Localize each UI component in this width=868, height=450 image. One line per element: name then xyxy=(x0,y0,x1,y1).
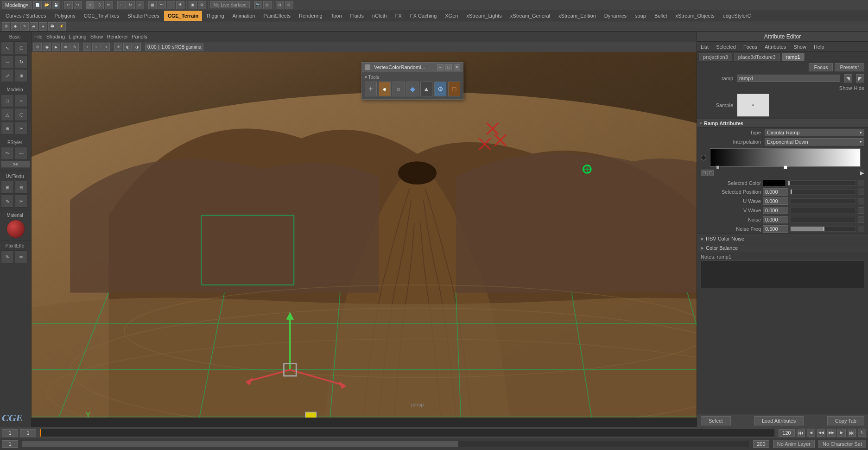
noise-freq-value[interactable]: 0.500 xyxy=(763,225,788,233)
poly-tool4[interactable]: ⬡ xyxy=(15,108,28,121)
move-tool-btn[interactable]: ↔ xyxy=(1,55,14,68)
frame-current-input[interactable] xyxy=(20,429,36,437)
loop-btn[interactable]: ↻ xyxy=(858,429,866,437)
rotate-tool-icon[interactable]: ↻ xyxy=(127,1,135,9)
move-tool-icon[interactable]: ↔ xyxy=(117,1,126,9)
node-tab-projection3[interactable]: projection3 xyxy=(699,53,732,61)
vp-display1[interactable]: 1 xyxy=(83,43,91,51)
selected-position-value[interactable]: 0.000 xyxy=(763,188,788,196)
tab-xstream-edition[interactable]: xStream_Edition xyxy=(555,11,600,21)
ramp-left-handle[interactable] xyxy=(701,155,706,160)
tab-fx[interactable]: FX xyxy=(392,11,405,21)
tab-cge-terrain[interactable]: CGE_Terrain xyxy=(164,11,202,21)
estyler-tool1[interactable]: 〜 xyxy=(1,147,14,160)
range-bar[interactable] xyxy=(22,441,749,447)
vp-tool5[interactable]: ✎ xyxy=(70,43,79,51)
save-file-icon[interactable]: 💾 xyxy=(52,1,60,9)
hsv-color-noise-section[interactable]: ▶ HSV Color Noise xyxy=(697,234,868,243)
snap-curve-icon[interactable]: 〜 xyxy=(158,1,166,9)
tab-toon[interactable]: Toon xyxy=(327,11,346,21)
poly-tool3[interactable]: △ xyxy=(1,108,14,121)
v-wave-value[interactable]: 0.000 xyxy=(763,207,788,214)
shelf-icon6[interactable]: 🏔 xyxy=(48,22,57,31)
snap-view-icon[interactable]: 👁 xyxy=(176,1,184,9)
focus-button[interactable]: Focus xyxy=(809,63,833,71)
tab-soup[interactable]: soup xyxy=(631,11,650,21)
viewport-menu-lighting[interactable]: Lighting xyxy=(69,34,87,39)
step-back-btn[interactable]: ◀ xyxy=(807,429,815,437)
tab-ncloth[interactable]: nCloth xyxy=(368,11,391,21)
u-wave-connect-btn[interactable] xyxy=(858,198,864,204)
frame-start-input[interactable]: 1 xyxy=(2,429,18,437)
selected-color-connect-btn[interactable] xyxy=(858,180,864,186)
attr-tab-show[interactable]: Show xyxy=(792,43,808,51)
range-start-input[interactable] xyxy=(2,440,18,448)
attr-tab-selected[interactable]: Selected xyxy=(714,43,738,51)
scale-tool-btn[interactable]: ⤢ xyxy=(1,69,14,82)
rotate-tool-btn[interactable]: ↻ xyxy=(15,55,28,68)
copy-tab-button[interactable]: Copy Tab xyxy=(827,416,864,425)
paint-select-icon[interactable]: ✏ xyxy=(105,1,113,9)
noise-slider[interactable] xyxy=(790,217,856,222)
tab-rendering[interactable]: Rendering xyxy=(295,11,326,21)
tab-rigging[interactable]: Rigging xyxy=(203,11,228,21)
presets-button[interactable]: Presets* xyxy=(835,63,864,71)
viewport-canvas[interactable]: X Y Z persp 75.5 fps xyxy=(32,52,803,418)
snap-point-icon[interactable]: · xyxy=(167,1,175,9)
mode-dropdown[interactable]: Modeling xyxy=(2,1,32,9)
vertex-panel-close[interactable]: ✕ xyxy=(454,64,460,70)
noise-connect-btn[interactable] xyxy=(858,216,864,223)
uv-tool1[interactable]: ⊞ xyxy=(1,181,14,194)
vertex-tool-circle[interactable]: ● xyxy=(379,82,391,96)
ramp-stop-white[interactable] xyxy=(784,165,787,169)
noise-freq-connect-btn[interactable] xyxy=(858,226,864,232)
noise-value[interactable]: 0.000 xyxy=(763,216,788,223)
shelf-icon2[interactable]: ◆ xyxy=(11,22,19,31)
vertex-tool-add[interactable]: + xyxy=(365,82,377,96)
type-dropdown[interactable]: Circular Ramp xyxy=(765,129,864,136)
no-character-set-label[interactable]: No Character Set xyxy=(818,440,866,448)
shelf-icon4[interactable]: ⛰ xyxy=(30,22,38,31)
ramp-attributes-section[interactable]: ▾ Ramp Attributes xyxy=(697,119,868,128)
no-anim-layer-label[interactable]: No Anim Layer xyxy=(773,440,815,448)
tab-xstream-lights[interactable]: xStream_Lights xyxy=(463,11,505,21)
ramp-expand-arrow[interactable]: ▶ xyxy=(860,170,864,174)
vp-display2[interactable]: 2 xyxy=(92,43,101,51)
vp-display3[interactable]: 3 xyxy=(101,43,110,51)
show-label[interactable]: Show xyxy=(839,85,852,91)
node-tab-ramp1[interactable]: ramp1 xyxy=(782,53,805,61)
tab-xstream-general[interactable]: xStream_General xyxy=(507,11,554,21)
attr-tab-help[interactable]: Help xyxy=(812,43,826,51)
select-button[interactable]: Select xyxy=(701,416,731,425)
selected-color-slider[interactable] xyxy=(788,180,856,186)
selected-position-slider[interactable] xyxy=(790,189,856,195)
ramp-stop-black[interactable] xyxy=(716,165,720,169)
uv-tool3[interactable]: ✎ xyxy=(1,195,14,208)
u-wave-value[interactable]: 0.000 xyxy=(763,197,788,205)
tab-edgestylerC[interactable]: edgeStylerC xyxy=(719,11,755,21)
toggle-icon1[interactable]: ⊟ xyxy=(276,1,284,9)
select-tool-btn[interactable]: ↖ xyxy=(1,41,14,54)
new-file-icon[interactable]: 📄 xyxy=(33,1,42,9)
select-component-icon[interactable]: ⬡ xyxy=(95,1,104,9)
shelf-icon1[interactable]: ⊞ xyxy=(2,22,10,31)
vp-tool3[interactable]: ▶ xyxy=(52,43,60,51)
uv-tool4[interactable]: ✂ xyxy=(15,195,28,208)
poly-tool2[interactable]: ○ xyxy=(15,94,28,107)
grid-icon[interactable]: ⊞ xyxy=(263,1,272,9)
selected-position-connect-btn[interactable] xyxy=(858,189,864,195)
vertex-tool-settings[interactable]: ⚙ xyxy=(434,82,446,96)
shelf-icon3[interactable]: ✎ xyxy=(20,22,29,31)
uv-tool2[interactable]: ⊟ xyxy=(15,181,28,194)
tab-paint-effects[interactable]: PaintEffects xyxy=(260,11,294,21)
snap-grid-icon[interactable]: ▦ xyxy=(148,1,157,9)
poly-tool1[interactable]: □ xyxy=(1,94,14,107)
shelf-icon5[interactable]: ▲ xyxy=(39,22,47,31)
noise-freq-slider[interactable] xyxy=(790,226,856,232)
render-region-icon[interactable]: ▣ xyxy=(189,1,197,9)
poly-tool6[interactable]: ✂ xyxy=(15,122,28,135)
tab-bullet[interactable]: Bullet xyxy=(651,11,671,21)
vertex-panel-maximize[interactable]: □ xyxy=(445,64,452,70)
color-balance-section[interactable]: ▶ Color Balance xyxy=(697,243,868,252)
ramp-ctrl-checkbox-left[interactable]: ☐ xyxy=(701,170,707,176)
